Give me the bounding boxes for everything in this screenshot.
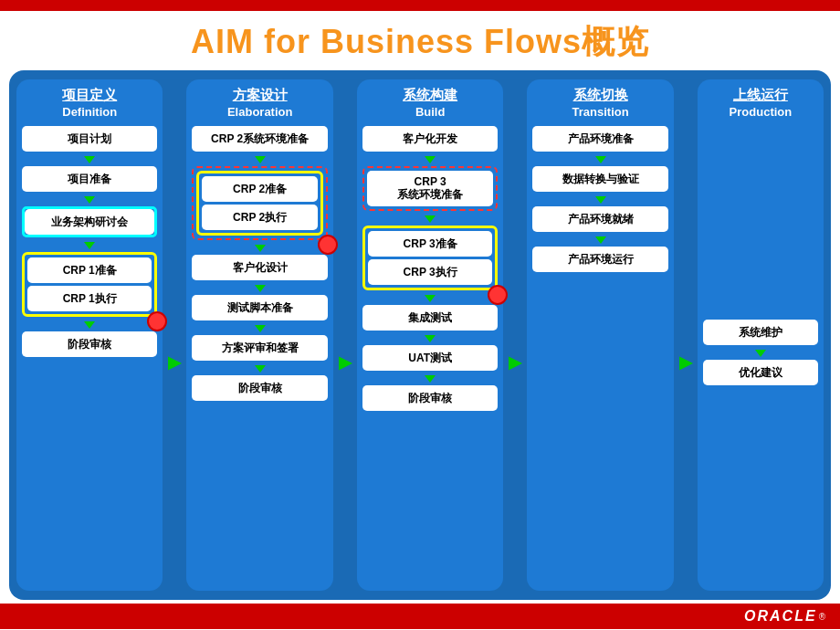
yellow-crp3-group: CRP 3准备 CRP 3执行 [362,226,498,295]
phase-header-elaboration: 方案设计 Elaboration [227,87,293,119]
box-sys-maintain: 系统维护 [703,320,818,345]
bottom-bar: ORACLE ® [0,604,840,629]
box-prod-env-ready: 产品环境就绪 [532,206,667,232]
box-data-convert: 数据转换与验证 [532,166,667,192]
arrow-t3 [595,236,606,244]
box-stage-review-2: 阶段审核 [192,375,327,401]
box-crp1-exec: CRP 1执行 [27,286,152,311]
box-prod-env-prep: 产品环境准备 [532,126,667,152]
phase-en-transition: Transition [572,105,629,119]
box-review-sign: 方案评审和签署 [192,335,327,361]
arrow-3 [84,242,95,249]
right-arrow-4: ▶ [679,352,692,373]
arrow-e2 [255,245,266,252]
phase-col-definition: 项目定义 Definition 项目计划 项目准备 业务架构研讨会 CRP 1准… [16,79,163,591]
arrow-e5 [255,365,266,373]
box-crp2-exec: CRP 2执行 [202,205,317,230]
box-uat: UAT测试 [362,345,498,371]
phase-cn-elaboration: 方案设计 [227,87,293,104]
arrow-e3 [255,285,266,292]
red-circle-crp3 [488,285,508,305]
arrow-e4 [255,325,266,332]
box-prod-env-run: 产品环境运行 [532,247,667,272]
phase-header-definition: 项目定义 Definition [62,87,117,119]
arrow-col2-col3: ▶ [339,79,352,591]
arrow-col1-col2: ▶ [168,79,181,591]
dashed-crp2: CRP 2准备 CRP 2执行 [192,166,327,245]
box-project-prep: 项目准备 [22,166,157,192]
top-bar [0,0,840,11]
phase-cn-transition: 系统切换 [572,87,629,104]
right-arrow-2: ▶ [339,352,352,373]
phase-col-build: 系统构建 Build 客户化开发 CRP 3 系统环境准备 CRP 3准备 CR… [357,79,503,591]
arrow-b1 [425,156,436,163]
box-test-script: 测试脚本准备 [192,295,327,320]
arrow-2 [84,196,95,204]
arrow-b2 [425,215,436,223]
arrow-col3-col4: ▶ [509,79,521,591]
box-custom-design: 客户化设计 [192,255,327,280]
box-crp1-prep: CRP 1准备 [27,257,152,283]
columns-container: 项目定义 Definition 项目计划 项目准备 业务架构研讨会 CRP 1准… [16,79,824,591]
box-stage-review-3: 阶段审核 [362,385,498,411]
right-arrow-3: ▶ [509,352,521,373]
yellow-crp2: CRP 2准备 CRP 2执行 [196,171,322,236]
right-arrow-1: ▶ [168,352,181,373]
arrow-t2 [595,196,606,204]
oracle-tm: ® [819,612,825,622]
phase-header-transition: 系统切换 Transition [572,87,629,119]
phase-col-transition: 系统切换 Transition 产品环境准备 数据转换与验证 产品环境就绪 产品… [527,79,673,591]
box-stage-review-1: 阶段审核 [22,331,157,357]
main-content: 项目定义 Definition 项目计划 项目准备 业务架构研讨会 CRP 1准… [9,70,831,600]
box-crp3-env: CRP 3 系统环境准备 [367,171,493,206]
phase-cn-build: 系统构建 [403,87,457,104]
arrow-p1 [755,350,766,357]
arrow-4 [84,321,95,329]
red-circle-crp1 [147,311,167,331]
yellow-group-crp1: CRP 1准备 CRP 1执行 [22,252,157,321]
red-circle-crp2 [318,235,338,255]
phase-en-elaboration: Elaboration [227,105,293,119]
arrow-b4 [425,335,436,342]
arrow-b3 [425,295,436,302]
box-crp3-prep: CRP 3准备 [368,231,492,257]
page-title: AIM for Business Flows概览 [191,23,649,60]
arrow-col4-col5: ▶ [679,79,692,591]
arrow-1 [84,156,95,163]
oracle-logo: ORACLE [744,608,817,625]
phase-header-build: 系统构建 Build [403,87,457,119]
box-optimize: 优化建议 [703,360,818,385]
cyan-box-workshop: 业务架构研讨会 [22,206,157,237]
phase-header-production: 上线运行 Production [730,87,793,119]
phase-col-production: 上线运行 Production 系统维护 优化建议 [698,79,824,591]
phase-en-build: Build [403,105,457,119]
phase-col-elaboration: 方案设计 Elaboration CRP 2系统环境准备 CRP 2准备 CRP… [186,79,332,591]
phase-cn-definition: 项目定义 [62,87,117,104]
box-crp2-env: CRP 2系统环境准备 [192,126,327,152]
phase-en-definition: Definition [62,105,117,119]
arrow-e1 [255,156,266,163]
box-crp3-exec: CRP 3执行 [368,259,492,285]
header: AIM for Business Flows概览 [0,11,840,70]
box-integration-test: 集成测试 [362,305,498,331]
box-project-plan: 项目计划 [22,126,157,152]
phase-cn-production: 上线运行 [730,87,793,104]
box-custom-dev: 客户化开发 [362,126,498,152]
box-crp2-prep: CRP 2准备 [202,176,317,202]
arrow-b5 [425,375,436,383]
arrow-t1 [595,156,606,163]
phase-en-production: Production [730,105,793,119]
dashed-crp3-env: CRP 3 系统环境准备 [362,166,498,211]
